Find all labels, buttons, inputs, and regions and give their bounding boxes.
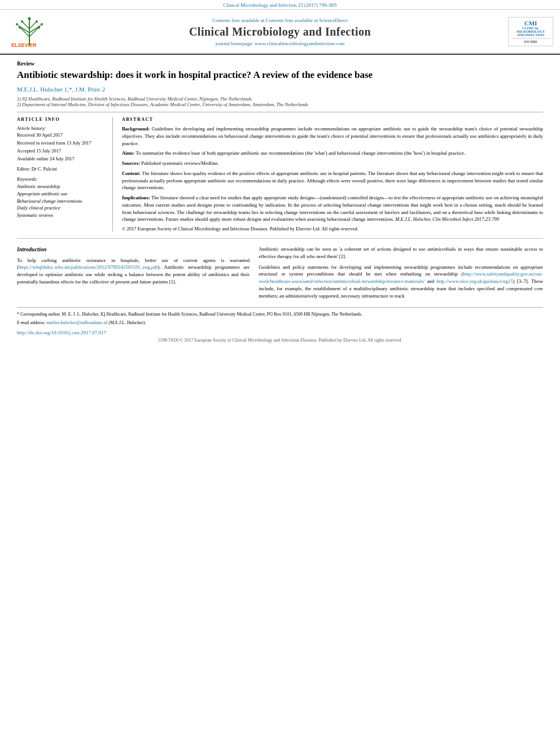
footnotes: * Corresponding author. M. E. J. L. Huls… — [17, 307, 543, 325]
journal-homepage: journal homepage: www.clinicalmicrobiolo… — [52, 41, 508, 46]
homepage-url[interactable]: www.clinicalmicrobiologyandinfection.com — [255, 41, 344, 46]
elsevier-logo: ELSEVIER — [7, 14, 52, 49]
accepted: Accepted 15 July 2017 — [17, 148, 107, 154]
implications-label: Implications: — [122, 195, 150, 200]
journal-header: ELSEVIER Contents lists available at Con… — [0, 10, 560, 55]
svg-point-12 — [41, 23, 43, 25]
aims-label: Aims: — [122, 150, 134, 156]
available: Available online 24 July 2017 — [17, 156, 107, 161]
keyword-1: Antibiotic stewardship — [17, 183, 107, 190]
email-label: E-mail address: — [17, 320, 45, 325]
email-section: E-mail address: marlies.hulscher@radboud… — [17, 320, 543, 326]
body-left-column: Introduction To help curbing antibiotic … — [17, 246, 250, 303]
received2: Received in revised form 13 July 2017 — [17, 140, 107, 146]
cmi-box: CMI CLINICAL MICROBIOLOGY AND INFECTION … — [508, 17, 553, 46]
cmi-line3: AND INFECTION — [511, 33, 550, 37]
bottom-bar: 1198-743X/© 2017 European Society of Cli… — [17, 338, 543, 343]
nice-link[interactable]: http://www.nice.org.uk/guidance/ng15 — [436, 278, 513, 284]
body-left-para1: To help curbing antibiotic resistance in… — [17, 257, 250, 286]
doi-link[interactable]: http://dx.doi.org/10.1016/j.cmi.2017.07.… — [17, 330, 106, 335]
sources-text: Published systematic reviews/Medline. — [141, 160, 219, 166]
escmid-label: ESCMID — [511, 38, 550, 43]
aims-text: To summarize the evidence base of both a… — [136, 150, 466, 156]
content-text: The literature shows low-quality evidenc… — [122, 171, 543, 191]
keyword-3: Behavioural change interventions — [17, 198, 107, 205]
svg-text:ELSEVIER: ELSEVIER — [11, 42, 37, 48]
svg-point-8 — [19, 27, 21, 29]
svg-point-14 — [28, 18, 31, 20]
body-columns: Introduction To help curbing antibiotic … — [17, 246, 543, 303]
background-label: Background: — [122, 126, 150, 132]
affiliations: 1) IQ Healthcare, Radboud Institute for … — [17, 96, 543, 107]
doi-section: http://dx.doi.org/10.1016/j.cmi.2017.07.… — [17, 329, 543, 335]
affiliation-1: 1) IQ Healthcare, Radboud Institute for … — [17, 96, 543, 102]
who-link[interactable]: https://whqlibdoc.who.int/publications/2… — [19, 264, 158, 270]
affiliation-2: 2) Department of Internal Medicine, Divi… — [17, 102, 543, 107]
body-right-para1: Antibiotic stewardship can be seen as 'a… — [259, 246, 543, 260]
svg-point-11 — [38, 27, 40, 29]
abstract-title: ABSTRACT — [122, 117, 543, 122]
keyword-4: Daily clinical practice — [17, 204, 107, 212]
corresponding-author: * Corresponding author. M. E. J. L. Huls… — [17, 311, 543, 317]
keywords-label: Keywords: — [17, 176, 107, 182]
intro-heading: Introduction — [17, 246, 250, 254]
abstract-implications: Implications: The literature showed a cl… — [122, 194, 543, 223]
topbar-text: Clinical Microbiology and Infection 23 (… — [223, 2, 336, 8]
email-address[interactable]: marlies.hulscher@radboudumc.nl — [46, 320, 107, 325]
svg-point-9 — [16, 23, 18, 25]
sciencedirect-text[interactable]: Contents lists available at ScienceDirec… — [266, 18, 348, 23]
email-suffix: (M.E.J.L. Hulscher). — [108, 320, 146, 325]
svg-point-13 — [36, 20, 38, 23]
svg-point-10 — [21, 20, 23, 23]
abstract-aims: Aims: To summarize the evidence base of … — [122, 150, 543, 157]
journal-title: Clinical Microbiology and Infection — [52, 25, 508, 38]
received1: Received 30 April 2017 — [17, 132, 107, 138]
sciencedirect-link: Contents lists available at Contents lis… — [52, 18, 508, 23]
homepage-label: journal homepage: — [216, 41, 253, 46]
keyword-2: Appropriate antibiotic use — [17, 190, 107, 198]
abstract-sources: Sources: Published systematic reviews/Me… — [122, 160, 543, 167]
cmi-logo: CMI CLINICAL MICROBIOLOGY AND INFECTION … — [508, 17, 553, 46]
journal-citation: Clinical Microbiology and Infection 23 (… — [0, 0, 560, 10]
keyword-5: Systematic reviews — [17, 212, 107, 219]
article-title: Antibiotic stewardship: does it work in … — [17, 69, 543, 81]
journal-center: Contents lists available at Contents lis… — [52, 18, 508, 46]
article-info-abstract: ARTICLE INFO Article history: Received 3… — [17, 112, 543, 231]
content-label: Content: — [122, 171, 141, 176]
copyright-text: © 2017 European Society of Clinical Micr… — [122, 226, 543, 231]
authors: M.E.J.L. Hulscher 1,*, J.M. Prins 2 — [17, 86, 543, 93]
body-right-para2: Guidelines and policy statements for dev… — [259, 264, 543, 300]
article-info-column: ARTICLE INFO Article history: Received 3… — [17, 117, 113, 231]
history-label: Article history: — [17, 125, 107, 131]
section-divider — [17, 238, 543, 239]
cmi-abbr: CMI — [511, 20, 550, 27]
abstract-content: Content: The literature shows low-qualit… — [122, 170, 543, 191]
keywords-list: Antibiotic stewardship Appropriate antib… — [17, 183, 107, 219]
sources-label: Sources: — [122, 160, 140, 166]
section-label: Review — [17, 60, 543, 67]
main-content: Review Antibiotic stewardship: does it w… — [0, 55, 560, 348]
editor: Editor: Dr C. Pulcini — [17, 166, 107, 172]
abstract-background: Background: Guidelines for developing an… — [122, 125, 543, 147]
abstract-citation: M.E.J.L. Hulscher, Clin Microbiol Infect… — [395, 216, 499, 222]
abstract-column: ABSTRACT Background: Guidelines for deve… — [122, 117, 543, 231]
background-text: Guidelines for developing and implementi… — [122, 126, 543, 146]
article-info-title: ARTICLE INFO — [17, 117, 107, 122]
body-right-column: Antibiotic stewardship can be seen as 'a… — [259, 246, 543, 303]
